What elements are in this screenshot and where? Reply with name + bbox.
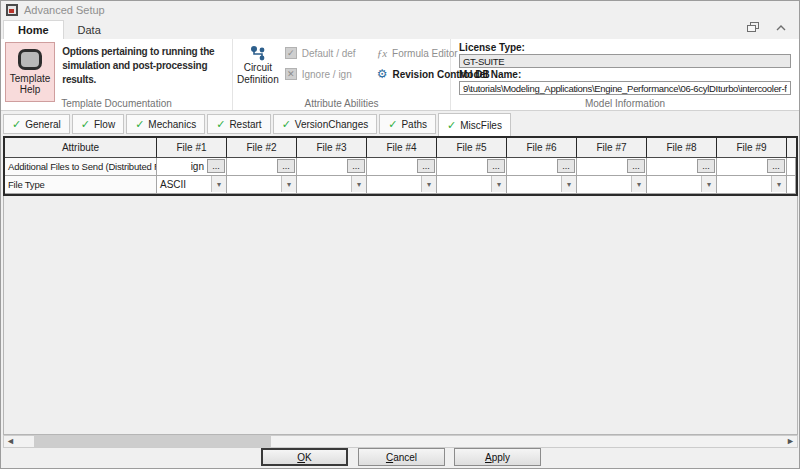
check-icon: ✓: [388, 119, 397, 130]
model-name-label: Model Name:: [459, 69, 791, 80]
formula-editor-label: Formula Editor: [392, 48, 458, 59]
formula-editor-icon: ƒx: [377, 47, 387, 59]
header-cell-file5: File #5: [437, 138, 507, 158]
check-icon: ✓: [12, 119, 21, 130]
file-type-combobox[interactable]: ▾: [717, 176, 787, 194]
checkbox-ignore-ign[interactable]: ✕ Ignore / ign: [285, 68, 371, 80]
file-value-cell[interactable]: ...: [367, 158, 437, 176]
titlebar: Advanced Setup: [1, 1, 799, 19]
category-tab-label: General: [25, 119, 61, 130]
category-tab-flow[interactable]: ✓ Flow: [72, 114, 124, 134]
scrollbar-track[interactable]: [17, 436, 784, 447]
browse-button[interactable]: ...: [557, 159, 575, 173]
group-title-attribute-abilities: Attribute Abilities: [233, 98, 450, 109]
table-row-additional-files: Additional Files to Send (Distributed Ru…: [5, 158, 796, 176]
apply-label: Apply: [455, 452, 540, 463]
checkbox-cross-icon: ✕: [285, 68, 297, 80]
file-value-cell[interactable]: ign...: [157, 158, 227, 176]
ok-button[interactable]: OK: [261, 448, 348, 466]
header-cell-file4: File #4: [367, 138, 437, 158]
circuit-definition-label: Circuit Definition: [237, 62, 279, 85]
file-type-combobox[interactable]: ASCII▾: [157, 176, 227, 194]
combo-chevron-icon[interactable]: ▾: [211, 176, 226, 192]
cancel-button[interactable]: Cancel: [358, 448, 445, 466]
file-value-cell[interactable]: ...: [297, 158, 367, 176]
file-type-combobox[interactable]: ▾: [227, 176, 297, 194]
check-icon: ✓: [282, 119, 291, 130]
scroll-right-icon[interactable]: ►: [784, 436, 797, 447]
file-value-cell[interactable]: ...: [717, 158, 787, 176]
file-type-combobox[interactable]: ▾: [647, 176, 717, 194]
browse-button[interactable]: ...: [417, 159, 435, 173]
file-value-cell[interactable]: ...: [577, 158, 647, 176]
browse-button[interactable]: ...: [347, 159, 365, 173]
collapse-ribbon-icon[interactable]: [775, 23, 787, 33]
template-help-label: Template Help: [6, 73, 54, 96]
header-cell-file2: File #2: [227, 138, 297, 158]
category-tab-strip: ✓ General ✓ Flow ✓ Mechanics ✓ Restart ✓…: [1, 111, 799, 137]
scrollbar-thumb[interactable]: [34, 436, 271, 447]
template-description: Options pertaining to running the simula…: [62, 45, 228, 98]
browse-button[interactable]: ...: [277, 159, 295, 173]
category-tab-label: MiscFiles: [460, 120, 502, 131]
scroll-left-icon[interactable]: ◄: [4, 436, 17, 447]
template-help-button[interactable]: Template Help: [5, 42, 55, 102]
file-type-combobox[interactable]: ▾: [437, 176, 507, 194]
combo-chevron-icon[interactable]: ▾: [351, 176, 366, 192]
file-value-cell[interactable]: ...: [437, 158, 507, 176]
category-tab-paths[interactable]: ✓ Paths: [379, 114, 436, 134]
file-value-cell[interactable]: ...: [507, 158, 577, 176]
category-tab-miscfiles[interactable]: ✓ MiscFiles: [438, 113, 511, 137]
file-type-combobox[interactable]: ▾: [367, 176, 437, 194]
combo-chevron-icon[interactable]: ▾: [631, 176, 646, 192]
browse-button[interactable]: ...: [697, 159, 715, 173]
combo-chevron-icon[interactable]: ▾: [421, 176, 436, 192]
ribbon-tab-home[interactable]: Home: [3, 20, 64, 39]
combo-chevron-icon[interactable]: ▾: [561, 176, 576, 192]
miscfiles-table: Attribute File #1 File #2 File #3 File #…: [3, 136, 798, 444]
file-type-combobox[interactable]: ▾: [297, 176, 367, 194]
category-tab-general[interactable]: ✓ General: [3, 114, 70, 134]
check-icon: ✓: [447, 120, 456, 131]
category-tab-label: Flow: [94, 119, 115, 130]
browse-button[interactable]: ...: [627, 159, 645, 173]
table-row-file-type: File Type ASCII▾ ▾ ▾ ▾ ▾ ▾ ▾ ▾ ▾: [5, 176, 796, 194]
category-tab-label: Paths: [401, 119, 427, 130]
model-name-field[interactable]: [459, 81, 791, 95]
combo-chevron-icon[interactable]: ▾: [491, 176, 506, 192]
gear-icon: ⚙: [377, 68, 388, 80]
checkbox-default-def[interactable]: ✓ Default / def: [285, 47, 371, 59]
ribbon-tab-data[interactable]: Data: [64, 21, 115, 39]
category-tab-mechanics[interactable]: ✓ Mechanics: [126, 114, 205, 134]
horizontal-scrollbar[interactable]: ◄ ►: [3, 435, 798, 448]
file-value-cell[interactable]: ...: [647, 158, 717, 176]
group-model-information: License Type: Model Name: Model Informat…: [451, 39, 799, 110]
category-tab-label: VersionChanges: [295, 119, 368, 130]
circuit-definition-icon: [237, 45, 279, 62]
spare-cell: [787, 176, 796, 194]
combo-chevron-icon[interactable]: ▾: [281, 176, 296, 192]
browse-button[interactable]: ...: [767, 159, 785, 173]
file-type-combobox[interactable]: ▾: [507, 176, 577, 194]
browse-button[interactable]: ...: [487, 159, 505, 173]
category-tab-versionchanges[interactable]: ✓ VersionChanges: [273, 114, 378, 134]
header-cell-file9: File #9: [717, 138, 787, 158]
group-title-template-documentation: Template Documentation: [1, 98, 232, 109]
header-cell-attribute: Attribute: [5, 138, 157, 158]
combo-chevron-icon[interactable]: ▾: [771, 176, 786, 192]
pin-ribbon-icon[interactable]: [747, 22, 759, 33]
header-cell-file7: File #7: [577, 138, 647, 158]
spare-cell: [787, 158, 796, 176]
circuit-definition-button[interactable]: Circuit Definition: [237, 45, 279, 98]
license-type-label: License Type:: [459, 42, 791, 53]
advanced-setup-window: Advanced Setup Home Data Template H: [0, 0, 800, 469]
file-value-cell[interactable]: ...: [227, 158, 297, 176]
file-type-combobox[interactable]: ▾: [577, 176, 647, 194]
group-title-model-information: Model Information: [451, 98, 799, 109]
ribbon-tab-bar: Home Data: [1, 19, 799, 39]
browse-button[interactable]: ...: [207, 159, 225, 173]
category-tab-restart[interactable]: ✓ Restart: [207, 114, 270, 134]
apply-button[interactable]: Apply: [454, 448, 541, 466]
combo-chevron-icon[interactable]: ▾: [701, 176, 716, 192]
combo-value: ASCII: [160, 176, 186, 193]
